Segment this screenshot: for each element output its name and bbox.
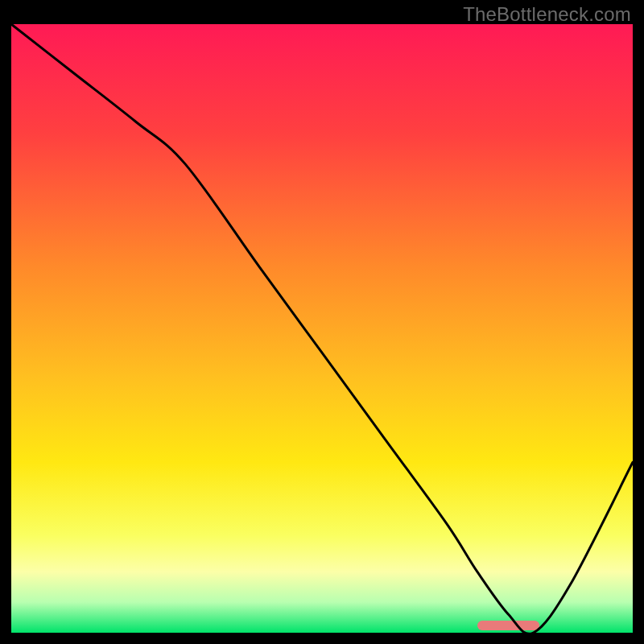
highlight-segment (477, 621, 539, 630)
chart-background (11, 24, 633, 633)
chart-frame (11, 24, 633, 633)
bottleneck-chart (11, 24, 633, 633)
watermark-text: TheBottleneck.com (463, 3, 631, 26)
